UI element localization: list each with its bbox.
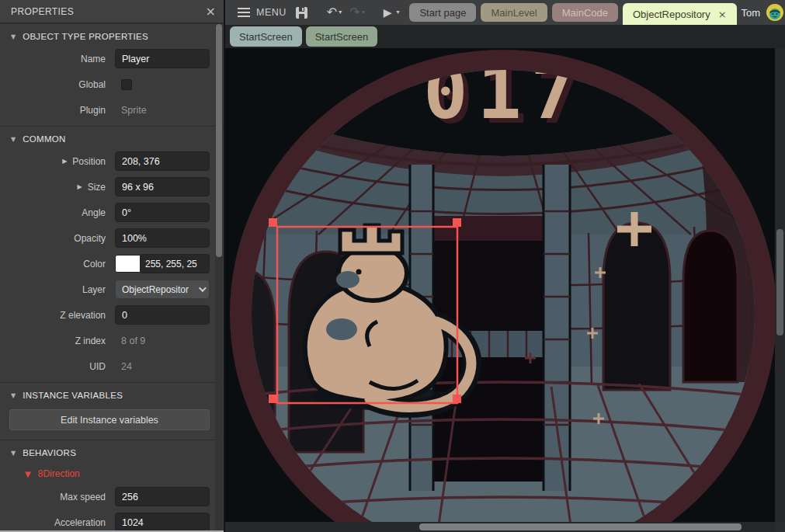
row-opacity: Opacity (0, 225, 224, 251)
hamburger-icon (238, 8, 250, 17)
panel-scrollbar[interactable] (215, 24, 223, 530)
row-angle: Angle (0, 200, 224, 225)
acceleration-field[interactable] (115, 513, 210, 532)
uid-value: 24 (115, 361, 132, 372)
collapse-triangle-icon[interactable]: ▼ (11, 392, 16, 399)
section-header[interactable]: ▼ COMMON (0, 127, 224, 148)
play-icon: ▶ (384, 7, 392, 18)
selection-handle-bottom-left[interactable] (269, 395, 277, 403)
close-icon[interactable]: × (206, 5, 216, 18)
section-instance-variables: ▼ INSTANCE VARIABLES Edit Instance varia… (0, 382, 224, 440)
collapse-triangle-icon[interactable]: ▼ (11, 136, 16, 143)
tab-startscreen-1[interactable]: StartScreen (230, 26, 302, 47)
plugin-value: Sprite (115, 105, 147, 116)
properties-panel-title: PROPERTIES (11, 6, 206, 17)
avatar (766, 4, 783, 21)
global-checkbox[interactable] (121, 79, 132, 90)
canvas-horizontal-scrollbar[interactable] (225, 522, 775, 532)
row-global: Global (0, 71, 224, 97)
position-field[interactable] (115, 151, 210, 171)
main-area: MENU ↶ ▾ ↷ ▾ ▶ ▾ (225, 0, 785, 532)
dropdown-arrow-icon: ▾ (339, 9, 342, 16)
color-value-field[interactable]: 255, 255, 25 (141, 254, 210, 273)
tab-maincode[interactable]: MainCode (552, 3, 618, 22)
tab-label: MainCode (562, 7, 608, 19)
horizontal-scrollbar-thumb[interactable] (419, 523, 742, 530)
global-label: Global (0, 79, 115, 90)
row-max-speed: Max speed (0, 484, 224, 509)
name-field[interactable] (115, 49, 210, 68)
toolbar: MENU ↶ ▾ ↷ ▾ ▶ ▾ (225, 0, 785, 25)
collapse-triangle-icon[interactable]: ▼ (11, 450, 16, 457)
account-button[interactable]: Tom (742, 4, 784, 21)
angle-label: Angle (0, 207, 115, 218)
properties-panel: PROPERTIES × ▼ OBJECT TYPE PROPERTIES Na… (0, 0, 225, 532)
row-plugin: Plugin Sprite (0, 97, 224, 123)
expand-triangle-icon[interactable]: ▶ (78, 183, 82, 190)
behavior-8direction[interactable]: ▼ 8Direction (0, 462, 224, 484)
selection-handle-bottom-right[interactable] (453, 395, 461, 403)
layer-dropdown[interactable]: ObjectRepositor (115, 280, 210, 299)
redo-button[interactable]: ↷ ▾ (346, 3, 368, 22)
section-label: INSTANCE VARIABLES (23, 391, 123, 400)
row-layer: Layer ObjectRepositor (0, 276, 224, 302)
tab-startscreen-2[interactable]: StartScreen (306, 26, 378, 47)
acceleration-label: Acceleration (0, 517, 115, 528)
selection-handle-top-right[interactable] (453, 218, 461, 227)
properties-panel-header: PROPERTIES × (0, 0, 224, 23)
section-behaviors: ▼ BEHAVIORS ▼ 8Direction Max speed Accel… (0, 440, 224, 532)
construct-editor-window: PROPERTIES × ▼ OBJECT TYPE PROPERTIES Na… (0, 0, 785, 532)
z-elevation-label: Z elevation (0, 310, 115, 321)
row-size: ▶Size (0, 174, 224, 200)
section-object-type-properties: ▼ OBJECT TYPE PROPERTIES Name Global Plu… (0, 23, 224, 126)
panel-scrollbar-thumb[interactable] (216, 24, 222, 257)
edit-instance-variables-button[interactable]: Edit Instance variables (9, 409, 210, 430)
menu-button[interactable]: MENU (233, 7, 291, 18)
tab-close-icon[interactable]: × (718, 9, 727, 20)
tab-label: StartScreen (239, 31, 293, 43)
layer-label: Layer (0, 284, 115, 295)
max-speed-field[interactable] (115, 487, 210, 506)
section-header[interactable]: ▼ OBJECT TYPE PROPERTIES (0, 24, 224, 46)
collapse-triangle-icon[interactable]: ▼ (11, 33, 16, 40)
section-label: OBJECT TYPE PROPERTIES (23, 32, 148, 41)
z-index-value: 8 of 9 (115, 336, 145, 346)
row-acceleration: Acceleration (0, 509, 224, 532)
section-header[interactable]: ▼ INSTANCE VARIABLES (0, 383, 224, 405)
vertical-scrollbar-thumb[interactable] (776, 229, 783, 336)
plugin-label: Plugin (0, 105, 115, 116)
save-button[interactable] (291, 3, 312, 22)
layout-tab-strip: StartScreen StartScreen (225, 25, 785, 48)
scene-view[interactable]: 017 017 (225, 48, 775, 522)
tab-mainlevel[interactable]: MainLevel (481, 3, 547, 22)
username: Tom (742, 7, 761, 19)
layer-dropdown-value: ObjectRepositor (122, 284, 199, 295)
opacity-field[interactable] (115, 228, 210, 248)
angle-field[interactable] (115, 203, 210, 222)
menu-label: MENU (256, 7, 287, 18)
section-header[interactable]: ▼ BEHAVIORS (0, 440, 224, 462)
preview-button[interactable]: ▶ ▾ (380, 3, 404, 22)
layout-canvas[interactable]: 017 017 (225, 48, 785, 532)
collapse-triangle-icon[interactable]: ▼ (25, 470, 31, 478)
dropdown-arrow-icon: ▾ (396, 9, 399, 16)
size-field[interactable] (115, 177, 210, 196)
expand-triangle-icon[interactable]: ▶ (62, 158, 67, 165)
selection-handle-top-left[interactable] (269, 218, 277, 227)
behavior-name: 8Direction (38, 468, 80, 479)
size-label: ▶Size (0, 182, 115, 193)
tab-objectrepository[interactable]: ObjectRepository × (623, 3, 737, 26)
dropdown-arrow-icon: ▾ (362, 9, 365, 16)
tab-strip: Start page MainLevel MainCode ObjectRepo… (409, 3, 741, 22)
color-swatch[interactable] (115, 255, 141, 273)
tab-start-page[interactable]: Start page (409, 3, 476, 22)
section-common: ▼ COMMON ▶Position ▶Size Angle Opacity C… (0, 126, 224, 382)
canvas-vertical-scrollbar[interactable] (775, 48, 785, 522)
undo-button[interactable]: ↶ ▾ (323, 3, 346, 22)
tab-label: ObjectRepository (633, 9, 710, 20)
z-elevation-field[interactable] (115, 305, 210, 325)
z-index-label: Z index (0, 336, 115, 346)
position-label: ▶Position (0, 156, 115, 167)
undo-icon: ↶ (327, 6, 337, 19)
section-label: BEHAVIORS (23, 448, 76, 457)
